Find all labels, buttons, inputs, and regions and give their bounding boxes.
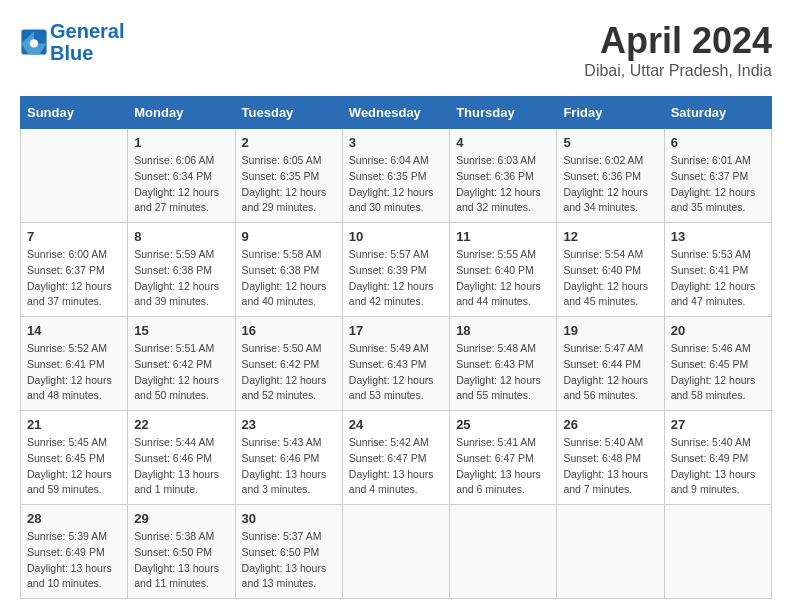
calendar-cell xyxy=(557,505,664,599)
day-info: Sunrise: 5:40 AMSunset: 6:48 PMDaylight:… xyxy=(563,435,657,498)
calendar-week-row: 7Sunrise: 6:00 AMSunset: 6:37 PMDaylight… xyxy=(21,223,772,317)
day-number: 12 xyxy=(563,229,657,244)
day-number: 7 xyxy=(27,229,121,244)
day-info: Sunrise: 5:48 AMSunset: 6:43 PMDaylight:… xyxy=(456,341,550,404)
day-number: 25 xyxy=(456,417,550,432)
day-number: 18 xyxy=(456,323,550,338)
day-number: 2 xyxy=(242,135,336,150)
day-info: Sunrise: 5:59 AMSunset: 6:38 PMDaylight:… xyxy=(134,247,228,310)
weekday-header-row: SundayMondayTuesdayWednesdayThursdayFrid… xyxy=(21,97,772,129)
day-info: Sunrise: 5:39 AMSunset: 6:49 PMDaylight:… xyxy=(27,529,121,592)
day-number: 27 xyxy=(671,417,765,432)
day-number: 24 xyxy=(349,417,443,432)
weekday-header-tuesday: Tuesday xyxy=(235,97,342,129)
day-number: 15 xyxy=(134,323,228,338)
day-number: 14 xyxy=(27,323,121,338)
day-info: Sunrise: 5:40 AMSunset: 6:49 PMDaylight:… xyxy=(671,435,765,498)
calendar-cell: 28Sunrise: 5:39 AMSunset: 6:49 PMDayligh… xyxy=(21,505,128,599)
calendar-cell: 14Sunrise: 5:52 AMSunset: 6:41 PMDayligh… xyxy=(21,317,128,411)
calendar-cell: 11Sunrise: 5:55 AMSunset: 6:40 PMDayligh… xyxy=(450,223,557,317)
weekday-header-wednesday: Wednesday xyxy=(342,97,449,129)
day-info: Sunrise: 5:51 AMSunset: 6:42 PMDaylight:… xyxy=(134,341,228,404)
calendar-cell: 1Sunrise: 6:06 AMSunset: 6:34 PMDaylight… xyxy=(128,129,235,223)
calendar-cell: 26Sunrise: 5:40 AMSunset: 6:48 PMDayligh… xyxy=(557,411,664,505)
day-info: Sunrise: 5:41 AMSunset: 6:47 PMDaylight:… xyxy=(456,435,550,498)
day-info: Sunrise: 6:06 AMSunset: 6:34 PMDaylight:… xyxy=(134,153,228,216)
page-header: General Blue April 2024 Dibai, Uttar Pra… xyxy=(20,20,772,80)
calendar-cell: 16Sunrise: 5:50 AMSunset: 6:42 PMDayligh… xyxy=(235,317,342,411)
day-info: Sunrise: 6:00 AMSunset: 6:37 PMDaylight:… xyxy=(27,247,121,310)
day-info: Sunrise: 5:57 AMSunset: 6:39 PMDaylight:… xyxy=(349,247,443,310)
calendar-cell: 6Sunrise: 6:01 AMSunset: 6:37 PMDaylight… xyxy=(664,129,771,223)
day-number: 13 xyxy=(671,229,765,244)
calendar-cell: 10Sunrise: 5:57 AMSunset: 6:39 PMDayligh… xyxy=(342,223,449,317)
calendar-cell: 17Sunrise: 5:49 AMSunset: 6:43 PMDayligh… xyxy=(342,317,449,411)
calendar-cell: 22Sunrise: 5:44 AMSunset: 6:46 PMDayligh… xyxy=(128,411,235,505)
day-info: Sunrise: 5:45 AMSunset: 6:45 PMDaylight:… xyxy=(27,435,121,498)
day-number: 17 xyxy=(349,323,443,338)
day-info: Sunrise: 5:49 AMSunset: 6:43 PMDaylight:… xyxy=(349,341,443,404)
day-info: Sunrise: 5:50 AMSunset: 6:42 PMDaylight:… xyxy=(242,341,336,404)
calendar-cell: 13Sunrise: 5:53 AMSunset: 6:41 PMDayligh… xyxy=(664,223,771,317)
weekday-header-monday: Monday xyxy=(128,97,235,129)
day-info: Sunrise: 6:05 AMSunset: 6:35 PMDaylight:… xyxy=(242,153,336,216)
month-title: April 2024 xyxy=(584,20,772,62)
calendar-cell: 27Sunrise: 5:40 AMSunset: 6:49 PMDayligh… xyxy=(664,411,771,505)
calendar-cell: 15Sunrise: 5:51 AMSunset: 6:42 PMDayligh… xyxy=(128,317,235,411)
title-block: April 2024 Dibai, Uttar Pradesh, India xyxy=(584,20,772,80)
calendar-cell: 18Sunrise: 5:48 AMSunset: 6:43 PMDayligh… xyxy=(450,317,557,411)
logo-icon xyxy=(20,28,48,56)
calendar-week-row: 14Sunrise: 5:52 AMSunset: 6:41 PMDayligh… xyxy=(21,317,772,411)
day-number: 6 xyxy=(671,135,765,150)
day-info: Sunrise: 6:01 AMSunset: 6:37 PMDaylight:… xyxy=(671,153,765,216)
day-info: Sunrise: 5:55 AMSunset: 6:40 PMDaylight:… xyxy=(456,247,550,310)
calendar-cell: 2Sunrise: 6:05 AMSunset: 6:35 PMDaylight… xyxy=(235,129,342,223)
calendar-cell xyxy=(450,505,557,599)
day-info: Sunrise: 5:44 AMSunset: 6:46 PMDaylight:… xyxy=(134,435,228,498)
day-info: Sunrise: 5:43 AMSunset: 6:46 PMDaylight:… xyxy=(242,435,336,498)
calendar-cell: 29Sunrise: 5:38 AMSunset: 6:50 PMDayligh… xyxy=(128,505,235,599)
day-info: Sunrise: 5:46 AMSunset: 6:45 PMDaylight:… xyxy=(671,341,765,404)
weekday-header-friday: Friday xyxy=(557,97,664,129)
day-number: 30 xyxy=(242,511,336,526)
calendar-cell: 24Sunrise: 5:42 AMSunset: 6:47 PMDayligh… xyxy=(342,411,449,505)
day-number: 29 xyxy=(134,511,228,526)
calendar-cell: 8Sunrise: 5:59 AMSunset: 6:38 PMDaylight… xyxy=(128,223,235,317)
calendar-cell: 20Sunrise: 5:46 AMSunset: 6:45 PMDayligh… xyxy=(664,317,771,411)
logo: General Blue xyxy=(20,20,124,64)
day-info: Sunrise: 5:47 AMSunset: 6:44 PMDaylight:… xyxy=(563,341,657,404)
weekday-header-thursday: Thursday xyxy=(450,97,557,129)
weekday-header-saturday: Saturday xyxy=(664,97,771,129)
calendar-week-row: 28Sunrise: 5:39 AMSunset: 6:49 PMDayligh… xyxy=(21,505,772,599)
day-number: 16 xyxy=(242,323,336,338)
day-number: 20 xyxy=(671,323,765,338)
calendar-cell: 5Sunrise: 6:02 AMSunset: 6:36 PMDaylight… xyxy=(557,129,664,223)
day-info: Sunrise: 5:37 AMSunset: 6:50 PMDaylight:… xyxy=(242,529,336,592)
weekday-header-sunday: Sunday xyxy=(21,97,128,129)
day-info: Sunrise: 5:53 AMSunset: 6:41 PMDaylight:… xyxy=(671,247,765,310)
logo-text: General Blue xyxy=(50,20,124,64)
day-number: 5 xyxy=(563,135,657,150)
day-info: Sunrise: 5:58 AMSunset: 6:38 PMDaylight:… xyxy=(242,247,336,310)
day-info: Sunrise: 5:38 AMSunset: 6:50 PMDaylight:… xyxy=(134,529,228,592)
calendar-week-row: 21Sunrise: 5:45 AMSunset: 6:45 PMDayligh… xyxy=(21,411,772,505)
calendar-cell xyxy=(21,129,128,223)
calendar-cell: 4Sunrise: 6:03 AMSunset: 6:36 PMDaylight… xyxy=(450,129,557,223)
day-number: 21 xyxy=(27,417,121,432)
calendar-table: SundayMondayTuesdayWednesdayThursdayFrid… xyxy=(20,96,772,599)
calendar-cell: 7Sunrise: 6:00 AMSunset: 6:37 PMDaylight… xyxy=(21,223,128,317)
calendar-cell: 9Sunrise: 5:58 AMSunset: 6:38 PMDaylight… xyxy=(235,223,342,317)
day-number: 11 xyxy=(456,229,550,244)
calendar-cell xyxy=(664,505,771,599)
day-number: 19 xyxy=(563,323,657,338)
day-number: 1 xyxy=(134,135,228,150)
calendar-cell xyxy=(342,505,449,599)
calendar-cell: 23Sunrise: 5:43 AMSunset: 6:46 PMDayligh… xyxy=(235,411,342,505)
calendar-cell: 19Sunrise: 5:47 AMSunset: 6:44 PMDayligh… xyxy=(557,317,664,411)
day-number: 26 xyxy=(563,417,657,432)
day-number: 4 xyxy=(456,135,550,150)
day-number: 28 xyxy=(27,511,121,526)
calendar-cell: 25Sunrise: 5:41 AMSunset: 6:47 PMDayligh… xyxy=(450,411,557,505)
day-info: Sunrise: 5:42 AMSunset: 6:47 PMDaylight:… xyxy=(349,435,443,498)
day-info: Sunrise: 6:02 AMSunset: 6:36 PMDaylight:… xyxy=(563,153,657,216)
